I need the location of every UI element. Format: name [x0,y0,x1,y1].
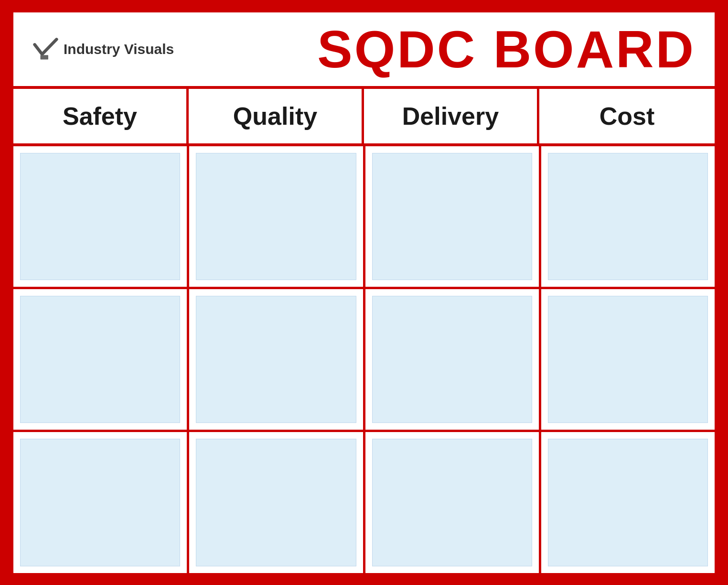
cell-inner-r1-c3 [372,153,532,280]
cell-inner-r1-c2 [196,153,356,280]
col-header-quality: Quality [189,89,364,143]
sqdc-board: Industry Visuals SQDC BOARD Safety Quali… [11,10,717,576]
cell-r3-c3 [365,432,539,573]
cell-r3-c2 [189,432,363,573]
cell-r1-c4 [541,146,715,287]
cell-inner-r1-c1 [20,153,180,280]
cell-inner-r2-c4 [548,296,708,423]
svg-rect-0 [41,55,49,59]
cell-inner-r3-c4 [548,439,708,566]
cell-r2-c1 [13,289,187,430]
header: Industry Visuals SQDC BOARD [13,12,715,89]
cell-r2-c3 [365,289,539,430]
cell-r1-c3 [365,146,539,287]
cell-r3-c4 [541,432,715,573]
col-header-safety: Safety [13,89,189,143]
logo-text: Industry Visuals [64,41,174,57]
cell-r3-c1 [13,432,187,573]
logo-icon [32,36,59,62]
cell-inner-r3-c3 [372,439,532,566]
col-header-cost: Cost [539,89,715,143]
content-grid [13,146,715,573]
cell-inner-r2-c1 [20,296,180,423]
cell-r2-c2 [189,289,363,430]
column-headers: Safety Quality Delivery Cost [13,89,715,146]
cell-inner-r1-c4 [548,153,708,280]
logo-brand-text: Industry Visuals [64,41,174,57]
cell-r1-c1 [13,146,187,287]
logo-area: Industry Visuals [32,36,174,62]
cell-inner-r3-c1 [20,439,180,566]
cell-inner-r3-c2 [196,439,356,566]
cell-r2-c4 [541,289,715,430]
cell-inner-r2-c3 [372,296,532,423]
board-title: SQDC BOARD [317,23,696,76]
col-header-delivery: Delivery [364,89,539,143]
cell-inner-r2-c2 [196,296,356,423]
cell-r1-c2 [189,146,363,287]
